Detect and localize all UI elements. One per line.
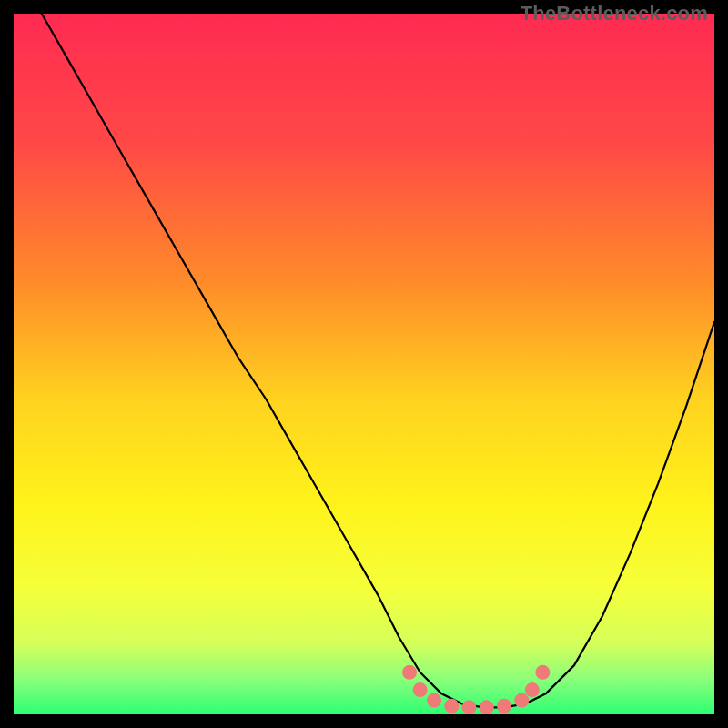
chart-frame bbox=[14, 14, 714, 714]
watermark-text: TheBottleneck.com bbox=[521, 2, 708, 25]
highlight-dot bbox=[514, 693, 529, 708]
highlight-dot bbox=[480, 700, 494, 714]
highlight-dot bbox=[444, 699, 459, 713]
highlight-dot bbox=[427, 693, 441, 708]
highlight-dot bbox=[402, 665, 417, 680]
highlight-dot bbox=[462, 700, 477, 714]
chart-svg bbox=[14, 14, 714, 714]
highlight-dot bbox=[535, 665, 550, 680]
gradient-background bbox=[14, 14, 714, 714]
highlight-dot bbox=[497, 699, 511, 713]
highlight-dot bbox=[413, 682, 428, 697]
highlight-dot bbox=[525, 682, 540, 697]
